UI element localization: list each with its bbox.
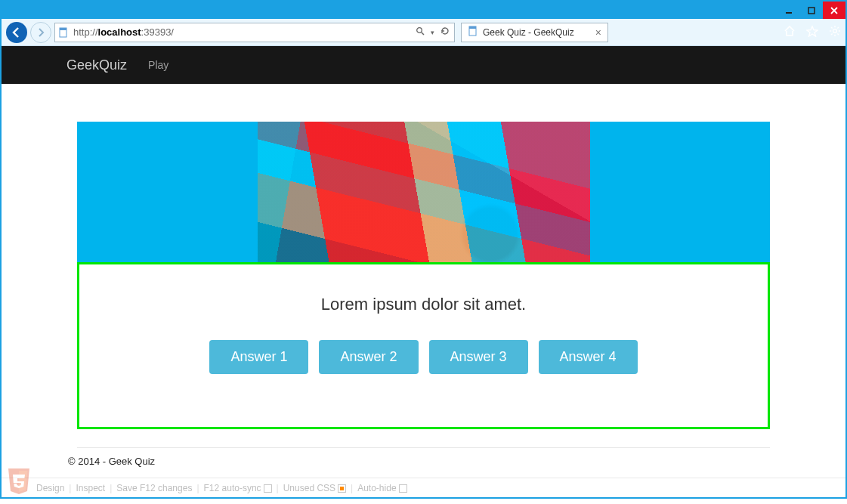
question-text: Lorem ipsum dolor sit amet. bbox=[94, 295, 753, 314]
url-prefix: http:// bbox=[73, 26, 98, 38]
dev-divider: | bbox=[110, 483, 112, 493]
browser-tab-active[interactable]: Geek Quiz - GeekQuiz × bbox=[461, 23, 608, 42]
svg-point-8 bbox=[833, 29, 837, 33]
tab-favicon bbox=[468, 26, 478, 39]
dev-autohide-label: Auto-hide bbox=[357, 483, 396, 493]
window-minimize-button[interactable] bbox=[777, 2, 800, 19]
browser-command-icons bbox=[784, 25, 841, 39]
dev-divider: | bbox=[277, 483, 279, 493]
dev-autohide[interactable]: Auto-hide bbox=[357, 483, 406, 493]
address-text: http://localhost:39393/ bbox=[72, 26, 411, 38]
dev-f12-autosync-label: F12 auto-sync bbox=[204, 483, 261, 493]
window-titlebar bbox=[2, 2, 845, 19]
checkbox-icon[interactable] bbox=[338, 484, 346, 493]
gear-icon[interactable] bbox=[829, 25, 841, 39]
svg-rect-7 bbox=[469, 26, 476, 29]
svg-rect-0 bbox=[786, 12, 792, 14]
answers-row: Answer 1 Answer 2 Answer 3 Answer 4 bbox=[94, 340, 753, 374]
answer-button-3[interactable]: Answer 3 bbox=[429, 340, 528, 374]
brand-title[interactable]: GeekQuiz bbox=[66, 57, 127, 73]
window-maximize-button[interactable] bbox=[800, 2, 823, 19]
answer-button-2[interactable]: Answer 2 bbox=[319, 340, 418, 374]
html5-badge-icon bbox=[6, 467, 32, 496]
banner-image bbox=[258, 122, 590, 262]
search-icon[interactable] bbox=[416, 26, 425, 38]
svg-line-15 bbox=[831, 33, 833, 35]
dev-toolbar: Design | Inspect | Save F12 changes | F1… bbox=[2, 478, 845, 497]
banner bbox=[77, 122, 770, 262]
tab-close-icon[interactable]: × bbox=[595, 26, 601, 39]
svg-rect-3 bbox=[60, 28, 66, 30]
refresh-icon[interactable] bbox=[441, 26, 450, 38]
forward-button[interactable] bbox=[30, 22, 51, 43]
page-viewport: GeekQuiz Play Lorem ipsum dolor sit amet… bbox=[2, 46, 845, 497]
url-host: localhost bbox=[98, 26, 141, 38]
window-close-button[interactable] bbox=[823, 2, 845, 19]
dev-f12-autosync[interactable]: F12 auto-sync bbox=[204, 483, 272, 493]
answer-button-4[interactable]: Answer 4 bbox=[539, 340, 638, 374]
svg-line-5 bbox=[422, 32, 424, 35]
svg-point-4 bbox=[417, 28, 422, 33]
star-icon[interactable] bbox=[806, 25, 818, 39]
address-bar[interactable]: http://localhost:39393/ ▾ bbox=[54, 23, 455, 42]
site-navbar: GeekQuiz Play bbox=[2, 46, 845, 84]
tab-title: Geek Quiz - GeekQuiz bbox=[483, 27, 574, 38]
svg-line-16 bbox=[837, 27, 839, 29]
svg-line-13 bbox=[831, 27, 833, 29]
browser-toolbar: http://localhost:39393/ ▾ Geek Quiz - Ge… bbox=[2, 19, 845, 46]
dev-inspect[interactable]: Inspect bbox=[76, 483, 105, 493]
dev-unused-css[interactable]: Unused CSS bbox=[283, 483, 346, 493]
footer-text: © 2014 - Geek Quiz bbox=[2, 448, 845, 475]
dev-divider: | bbox=[69, 483, 71, 493]
dev-design[interactable]: Design bbox=[36, 483, 64, 493]
dev-unused-css-label: Unused CSS bbox=[283, 483, 335, 493]
checkbox-icon[interactable] bbox=[399, 484, 407, 493]
svg-rect-1 bbox=[808, 8, 815, 14]
url-port: :39393/ bbox=[141, 26, 174, 38]
dev-divider: | bbox=[351, 483, 353, 493]
dev-divider: | bbox=[196, 483, 199, 493]
browser-window: http://localhost:39393/ ▾ Geek Quiz - Ge… bbox=[0, 0, 847, 499]
back-button[interactable] bbox=[6, 22, 27, 43]
dropdown-icon[interactable]: ▾ bbox=[431, 29, 434, 36]
browser-tabs: Geek Quiz - GeekQuiz × bbox=[461, 23, 608, 42]
home-icon[interactable] bbox=[784, 25, 796, 39]
address-actions: ▾ bbox=[411, 26, 454, 38]
nav-link-play[interactable]: Play bbox=[148, 59, 168, 71]
answer-button-1[interactable]: Answer 1 bbox=[209, 340, 308, 374]
page-icon bbox=[55, 27, 72, 38]
svg-line-14 bbox=[837, 33, 839, 35]
dev-save-f12[interactable]: Save F12 changes bbox=[116, 483, 192, 493]
checkbox-icon[interactable] bbox=[264, 484, 272, 493]
content-wrap: Lorem ipsum dolor sit amet. Answer 1 Ans… bbox=[2, 84, 845, 429]
quiz-panel: Lorem ipsum dolor sit amet. Answer 1 Ans… bbox=[77, 262, 770, 429]
